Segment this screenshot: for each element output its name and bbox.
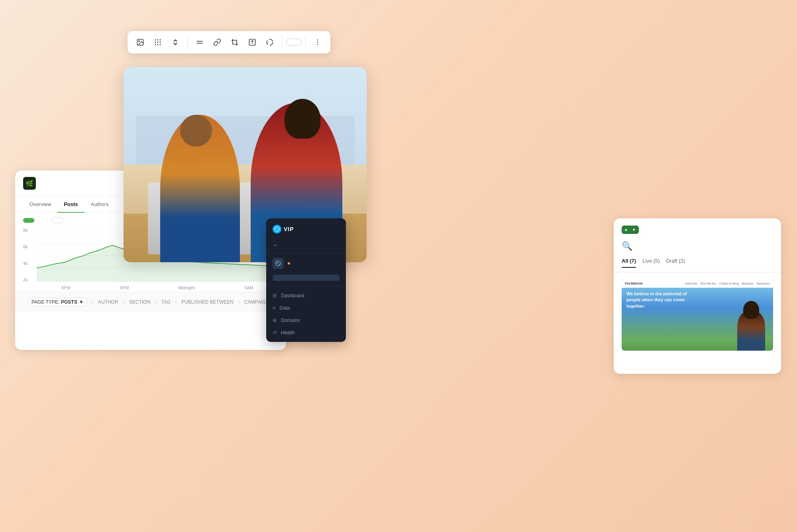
svg-point-2	[155, 39, 156, 41]
filter-sep-2: |	[123, 299, 124, 305]
filter-sep-4: |	[175, 299, 177, 305]
vip-app-icon	[273, 258, 284, 269]
svg-point-7	[160, 42, 161, 43]
toolbar-group-mid	[192, 34, 278, 50]
analytics-logo: 🌿	[23, 177, 36, 190]
filter-dropdown-icon: ▼	[79, 299, 84, 305]
vip-nav-data[interactable]: ≡ Data	[266, 302, 346, 314]
filter-page-type-label: PAGE TYPE:	[31, 299, 59, 305]
svg-point-6	[157, 42, 159, 43]
svg-point-3	[157, 39, 159, 41]
tab-authors[interactable]: Authors	[84, 196, 115, 213]
vip-app-section	[266, 253, 346, 286]
svg-point-19	[317, 44, 318, 45]
domains-icon: ⊕	[273, 317, 277, 323]
wp-logo-icon	[273, 225, 281, 234]
filter-sep-5: |	[238, 299, 239, 305]
vip-nav: ⊞ Dashboard ≡ Data ⊕ Domains ↺ Health ◇ …	[266, 286, 346, 342]
vip-panel: VIP ← ⊞ Dashboard	[266, 218, 346, 342]
vip-app-row	[273, 258, 340, 269]
leaf-icon: 🌿	[26, 180, 33, 187]
filter-published[interactable]: PUBLISHED BETWEEN	[181, 299, 234, 305]
thumbnail-background: FACEBOOK Some link Who We Are Culture & …	[622, 279, 773, 351]
vip-logo-text: VIP	[284, 226, 294, 232]
filter-page-type[interactable]: PAGE TYPE: POSTS ▼	[28, 298, 87, 306]
back-arrow-icon: ←	[273, 241, 279, 249]
vip-back-row[interactable]: ←	[266, 238, 346, 253]
align-icon-btn[interactable]	[192, 34, 208, 50]
status-unlaunched-dot	[288, 262, 290, 265]
replace-button[interactable]	[286, 39, 301, 46]
vip-nav-health-label: Health	[281, 330, 295, 336]
grid-icon-btn[interactable]	[150, 34, 166, 50]
historical-button[interactable]	[37, 218, 49, 223]
production-status-dot	[625, 229, 627, 231]
chart-y-label-4k: 4k	[23, 261, 34, 266]
text-icon-btn[interactable]	[244, 34, 260, 50]
link-icon-btn[interactable]	[209, 34, 225, 50]
health-icon: ↺	[273, 330, 277, 336]
loader-icon-btn[interactable]	[262, 34, 278, 50]
chart-x-6pm: 6PM	[61, 285, 71, 290]
svg-point-16	[267, 39, 273, 45]
health-search: 🔍	[614, 241, 781, 258]
filter-campaign[interactable]: CAMPAIGN	[244, 299, 269, 305]
filter-section[interactable]: SECTION	[129, 299, 150, 305]
vip-nav-data-label: Data	[280, 305, 290, 311]
tab-posts[interactable]: Posts	[57, 196, 84, 213]
toolbar-separator-2	[282, 36, 282, 49]
svg-point-1	[139, 41, 140, 42]
vip-app-info	[288, 262, 340, 265]
production-badge[interactable]: ▾	[622, 226, 639, 234]
vip-nav-domains-label: Domains	[281, 318, 300, 323]
filter-tag[interactable]: TAG	[161, 299, 171, 305]
svg-point-18	[317, 42, 318, 43]
svg-point-17	[317, 39, 318, 41]
toolbar-group-left	[132, 34, 183, 50]
vip-nav-dashboard-label: Dashboard	[281, 293, 304, 298]
vip-header: VIP	[266, 218, 346, 238]
health-thumbnail: FACEBOOK Some link Who We Are Culture & …	[622, 279, 773, 351]
svg-point-4	[160, 39, 161, 41]
image-toolbar	[128, 31, 330, 53]
vip-nav-api[interactable]: ◇ API	[266, 339, 346, 342]
vip-nav-domains[interactable]: ⊕ Domains	[266, 314, 346, 326]
svg-point-9	[157, 44, 159, 45]
chart-y-label-8k: 8k	[23, 228, 34, 233]
search-icon: 🔍	[622, 241, 632, 251]
updown-icon-btn[interactable]	[167, 34, 183, 50]
pulse-button[interactable]	[23, 218, 34, 223]
launch-wizard-button[interactable]	[273, 275, 340, 281]
image-icon-btn[interactable]	[132, 34, 148, 50]
chart-x-3am: 3AM	[244, 285, 253, 290]
health-header: ▾	[614, 218, 781, 241]
filter-sep-3: |	[155, 299, 156, 305]
health-monitor-panel: ▾ 🔍 All (7) Live (5) Draft (2) FACEBOOK …	[614, 218, 781, 374]
filter-page-type-value: POSTS	[61, 299, 77, 305]
today-button[interactable]	[52, 218, 64, 223]
chart-x-midnight: Midnight	[179, 285, 195, 290]
chart-x-9pm: 9PM	[120, 285, 129, 290]
filter-author[interactable]: AUTHOR	[98, 299, 118, 305]
svg-point-10	[160, 44, 161, 45]
production-chevron-icon: ▾	[633, 228, 635, 232]
health-filters: All (7) Live (5) Draft (2)	[614, 258, 781, 273]
filter-all[interactable]: All (7)	[622, 258, 636, 268]
toolbar-separator-1	[187, 36, 188, 49]
analytics-filter-bar: PAGE TYPE: POSTS ▼ | AUTHOR | SECTION | …	[15, 292, 286, 312]
tab-overview[interactable]: Overview	[23, 196, 57, 213]
more-options-btn[interactable]	[310, 34, 326, 50]
filter-draft[interactable]: Draft (2)	[666, 258, 685, 267]
vip-app-status	[288, 262, 340, 265]
crop-icon-btn[interactable]	[227, 34, 243, 50]
svg-point-5	[155, 42, 156, 43]
toolbar-separator-3	[305, 36, 306, 49]
filter-live[interactable]: Live (5)	[642, 258, 660, 267]
vip-nav-health[interactable]: ↺ Health	[266, 326, 346, 339]
filter-sep-1: |	[92, 299, 93, 305]
svg-point-8	[155, 44, 156, 45]
vip-logo: VIP	[273, 225, 294, 234]
chart-y-label-2k: 2k	[23, 277, 34, 282]
vip-nav-dashboard[interactable]: ⊞ Dashboard	[266, 289, 346, 302]
chart-y-label-6k: 6k	[23, 244, 34, 249]
